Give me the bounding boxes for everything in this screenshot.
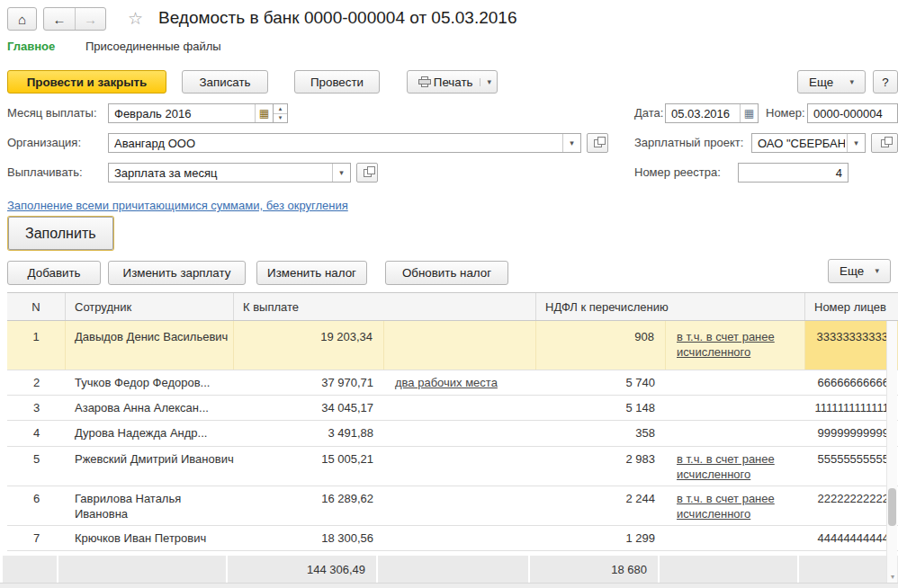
- post-and-close-button[interactable]: Провести и закрыть: [7, 70, 166, 94]
- cell-account-number[interactable]: 44444444444: [805, 526, 898, 550]
- print-label: Печать: [434, 76, 473, 89]
- table-body: 1Давыдов Денис Васильевич19 203,34908в т…: [7, 321, 898, 551]
- payout-note-link[interactable]: два рабочих места: [395, 376, 498, 389]
- cell-payout[interactable]: 3 491,88: [234, 421, 384, 446]
- salary-project-input[interactable]: [752, 134, 847, 152]
- cell-payout[interactable]: 19 203,34: [234, 321, 384, 370]
- organization-input[interactable]: [109, 134, 562, 152]
- change-tax-button[interactable]: Изменить налог: [256, 261, 367, 285]
- month-field-group: ▦ ▴ ▾: [108, 103, 288, 123]
- table-row[interactable]: 2Тучков Федор Федоров...37 970,71два раб…: [7, 370, 898, 396]
- scroll-down-icon[interactable]: ▾: [887, 573, 898, 581]
- cell-ndfl[interactable]: 5 148: [536, 396, 666, 420]
- spin-down-icon[interactable]: ▾: [274, 113, 287, 123]
- month-picker-icon[interactable]: ▦: [255, 104, 273, 122]
- fill-settings-link[interactable]: Заполнение всеми причитающимися суммами,…: [7, 199, 348, 212]
- table-row[interactable]: 6Гаврилова Наталья Ивановна16 289,622 24…: [7, 486, 898, 526]
- help-button[interactable]: ?: [873, 70, 898, 94]
- cell-employee[interactable]: Дурова Надежда Андр...: [66, 421, 234, 446]
- home-button[interactable]: ⌂: [7, 7, 37, 31]
- cell-account-number[interactable]: 22222222222: [805, 486, 898, 525]
- table-row[interactable]: 3Азарова Анна Алексан...34 045,175 14811…: [7, 396, 898, 421]
- post-button[interactable]: Провести: [294, 70, 380, 94]
- table-row[interactable]: 5Ржевский Дмитрий Иванович15 005,212 983…: [7, 447, 898, 486]
- tab-main[interactable]: Главное: [7, 40, 55, 53]
- salary-project-open-button[interactable]: [871, 133, 898, 153]
- update-tax-button[interactable]: Обновить налог: [385, 261, 508, 285]
- cell-row-number[interactable]: 7: [7, 526, 66, 550]
- number-input[interactable]: [808, 104, 897, 122]
- cell-ndfl[interactable]: 908: [536, 321, 666, 370]
- date-calendar-icon[interactable]: ▦: [740, 104, 758, 122]
- home-icon: ⌂: [18, 12, 26, 27]
- month-input[interactable]: [109, 104, 255, 122]
- cell-ndfl[interactable]: 358: [536, 421, 666, 446]
- printer-icon: [418, 76, 428, 87]
- cell-row-number[interactable]: 2: [7, 370, 66, 395]
- cell-account-number[interactable]: 99999999999: [805, 421, 898, 446]
- favorite-star-icon[interactable]: ☆: [128, 8, 143, 29]
- registry-number-input[interactable]: [739, 164, 848, 182]
- cell-account-number[interactable]: 55555555555: [805, 447, 898, 486]
- cell-payout[interactable]: 15 005,21: [234, 447, 384, 486]
- cell-payout-note: [384, 421, 536, 446]
- save-button[interactable]: Записать: [182, 70, 268, 94]
- scrollbar-thumb[interactable]: [888, 488, 896, 526]
- cell-payout[interactable]: 34 045,17: [234, 396, 384, 420]
- cell-employee[interactable]: Крючков Иван Петрович: [66, 526, 234, 550]
- ndfl-note-link[interactable]: в т.ч. в счет ранее исчисленного: [677, 492, 775, 521]
- cell-row-number[interactable]: 6: [7, 486, 66, 525]
- vertical-scrollbar[interactable]: ▾: [886, 321, 897, 583]
- cell-employee[interactable]: Азарова Анна Алексан...: [66, 396, 234, 420]
- pay-what-dropdown-icon[interactable]: ▾: [332, 164, 350, 182]
- cell-ndfl[interactable]: 2 244: [536, 486, 666, 525]
- open-form-icon: [881, 139, 889, 147]
- pay-what-input[interactable]: [109, 164, 332, 182]
- cell-ndfl[interactable]: 1 299: [536, 526, 666, 550]
- cell-payout[interactable]: 16 289,62: [234, 486, 384, 525]
- ndfl-note-link[interactable]: в т.ч. в счет ранее исчисленного: [677, 330, 775, 359]
- table-row[interactable]: 1Давыдов Денис Васильевич19 203,34908в т…: [7, 321, 898, 370]
- organization-open-button[interactable]: [587, 133, 608, 153]
- organization-dropdown-icon[interactable]: ▾: [562, 134, 580, 152]
- month-spinner: ▴ ▾: [274, 103, 288, 123]
- cell-employee[interactable]: Тучков Федор Федоров...: [66, 370, 234, 395]
- cell-row-number[interactable]: 5: [7, 447, 66, 486]
- change-salary-button[interactable]: Изменить зарплату: [108, 261, 246, 285]
- tab-attached-files[interactable]: Присоединенные файлы: [85, 40, 221, 53]
- pay-what-label: Выплачивать:: [7, 163, 83, 183]
- table-row[interactable]: 7Крючков Иван Петрович18 300,561 2994444…: [7, 526, 898, 551]
- fill-button[interactable]: Заполнить: [8, 217, 113, 250]
- pay-what-open-button[interactable]: [356, 163, 378, 183]
- forward-button[interactable]: →: [75, 8, 105, 30]
- cell-payout-note: [384, 447, 536, 486]
- cell-ndfl[interactable]: 2 983: [536, 447, 666, 486]
- date-label: Дата:: [634, 103, 663, 123]
- salary-project-dropdown-icon[interactable]: ▾: [847, 134, 865, 152]
- date-input[interactable]: [666, 104, 740, 122]
- more-button-top[interactable]: Еще ▾: [797, 70, 866, 94]
- cell-employee[interactable]: Гаврилова Наталья Ивановна: [66, 486, 234, 525]
- cell-payout[interactable]: 18 300,56: [234, 526, 384, 550]
- spin-up-icon[interactable]: ▴: [274, 104, 287, 113]
- cell-account-number[interactable]: 33333333333: [805, 321, 898, 370]
- table-row[interactable]: 4Дурова Надежда Андр...3 491,88358999999…: [7, 421, 898, 447]
- cell-row-number[interactable]: 3: [7, 396, 66, 420]
- cell-employee[interactable]: Давыдов Денис Васильевич: [66, 321, 234, 370]
- add-row-button[interactable]: Добавить: [7, 261, 101, 285]
- cell-row-number[interactable]: 1: [7, 321, 66, 370]
- more-button-table[interactable]: Еще ▾: [828, 259, 891, 283]
- change-tax-label: Изменить налог: [267, 266, 356, 280]
- cell-account-number[interactable]: 66666666666: [805, 370, 898, 395]
- post-label: Провести: [310, 76, 364, 89]
- back-button[interactable]: ←: [44, 8, 75, 30]
- forward-icon: →: [84, 12, 97, 27]
- cell-account-number[interactable]: 1111111111111: [805, 396, 898, 420]
- cell-payout[interactable]: 37 970,71: [234, 370, 384, 395]
- ndfl-note-link[interactable]: в т.ч. в счет ранее исчисленного: [677, 452, 775, 481]
- print-button[interactable]: Печать ▾: [407, 70, 498, 94]
- cell-row-number[interactable]: 4: [7, 421, 66, 446]
- organization-label: Организация:: [7, 133, 81, 153]
- cell-ndfl[interactable]: 5 740: [536, 370, 666, 395]
- cell-employee[interactable]: Ржевский Дмитрий Иванович: [66, 447, 234, 486]
